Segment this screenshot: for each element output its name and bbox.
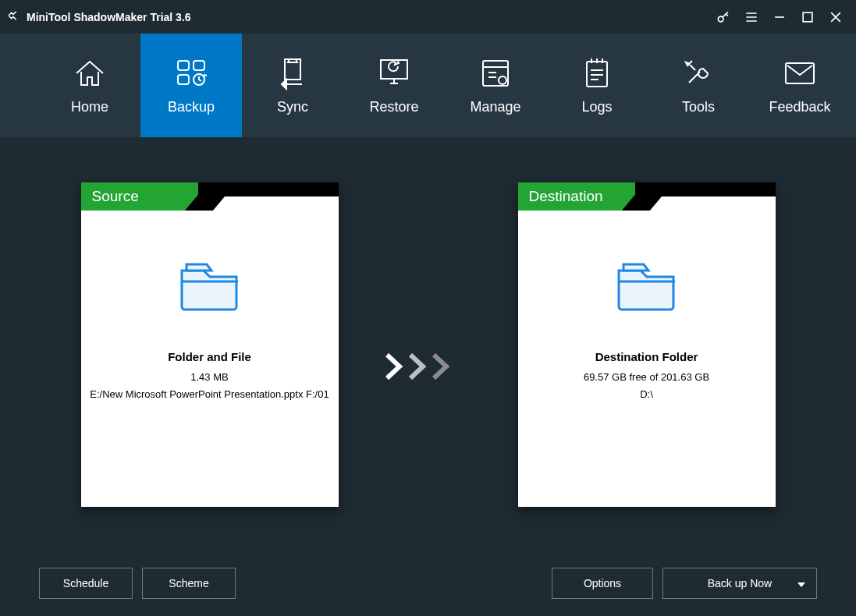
bottom-bar: Schedule Scheme Options Back up Now (0, 568, 856, 599)
svg-rect-4 (178, 75, 189, 84)
svg-rect-6 (381, 60, 407, 79)
nav-tools-label: Tools (682, 99, 715, 115)
backup-now-label: Back up Now (708, 577, 772, 589)
nav-home-label: Home (71, 99, 108, 115)
destination-header-label: Destination (518, 182, 635, 211)
destination-title: Destination Folder (518, 350, 776, 363)
sync-icon (275, 55, 311, 91)
title-bar: MiniTool ShadowMaker Trial 3.6 (0, 0, 856, 34)
minimize-button[interactable] (765, 3, 794, 31)
destination-panel[interactable]: Destination Destination Folder 69.57 GB … (518, 182, 776, 507)
svg-rect-1 (803, 12, 812, 22)
folder-icon (518, 253, 776, 317)
options-label: Options (584, 577, 621, 589)
app-title: MiniTool ShadowMaker Trial 3.6 (6, 9, 191, 25)
nav-logs-label: Logs (581, 99, 612, 115)
nav-logs[interactable]: Logs (546, 34, 648, 137)
arrow-icon (385, 353, 471, 383)
source-path: E:/New Microsoft PowerPoint Presentation… (81, 388, 339, 402)
schedule-button[interactable]: Schedule (39, 568, 133, 599)
svg-point-0 (718, 16, 723, 22)
nav-home[interactable]: Home (39, 34, 140, 137)
source-header-label: Source (81, 182, 198, 211)
svg-rect-3 (194, 61, 204, 70)
close-button[interactable] (822, 3, 850, 31)
menu-icon[interactable] (737, 3, 765, 31)
destination-free: 69.57 GB free of 201.63 GB (518, 371, 776, 383)
nav-restore[interactable]: Restore (343, 34, 445, 137)
options-button[interactable]: Options (552, 568, 653, 599)
backup-icon (173, 55, 209, 91)
key-icon[interactable] (709, 3, 737, 31)
source-panel-header: Source (81, 182, 339, 211)
app-logo-icon (6, 9, 20, 25)
nav-manage-label: Manage (470, 99, 520, 115)
nav-backup-label: Backup (168, 99, 215, 115)
folder-icon (81, 253, 339, 317)
destination-panel-header: Destination (518, 182, 776, 211)
nav-sync-label: Sync (277, 99, 308, 115)
nav-backup[interactable]: Backup (140, 34, 242, 137)
logs-icon (579, 55, 615, 91)
backup-now-button[interactable]: Back up Now (662, 568, 817, 599)
nav-tools[interactable]: Tools (648, 34, 749, 137)
tools-icon (680, 55, 716, 91)
main-area: Source Folder and File 1.43 MB E:/New Mi… (0, 137, 856, 616)
nav-restore-label: Restore (369, 99, 418, 115)
nav-sync[interactable]: Sync (242, 34, 343, 137)
main-nav: Home Backup Sync Restore Manage Logs T (0, 34, 856, 137)
manage-icon (478, 55, 513, 91)
destination-path: D:\ (518, 388, 776, 402)
maximize-button[interactable] (794, 3, 822, 31)
scheme-label: Scheme (169, 577, 208, 589)
source-title: Folder and File (81, 350, 339, 363)
schedule-label: Schedule (63, 577, 108, 589)
source-panel[interactable]: Source Folder and File 1.43 MB E:/New Mi… (81, 182, 339, 507)
nav-feedback[interactable]: Feedback (749, 34, 851, 137)
feedback-icon (782, 55, 818, 91)
restore-icon (376, 55, 412, 91)
svg-rect-2 (178, 61, 189, 70)
caret-down-icon (797, 577, 805, 589)
app-title-text: MiniTool ShadowMaker Trial 3.6 (27, 11, 191, 23)
svg-rect-10 (786, 63, 814, 83)
source-size: 1.43 MB (81, 371, 339, 383)
nav-manage[interactable]: Manage (445, 34, 546, 137)
scheme-button[interactable]: Scheme (142, 568, 236, 599)
nav-feedback-label: Feedback (769, 99, 830, 115)
home-icon (72, 55, 108, 91)
